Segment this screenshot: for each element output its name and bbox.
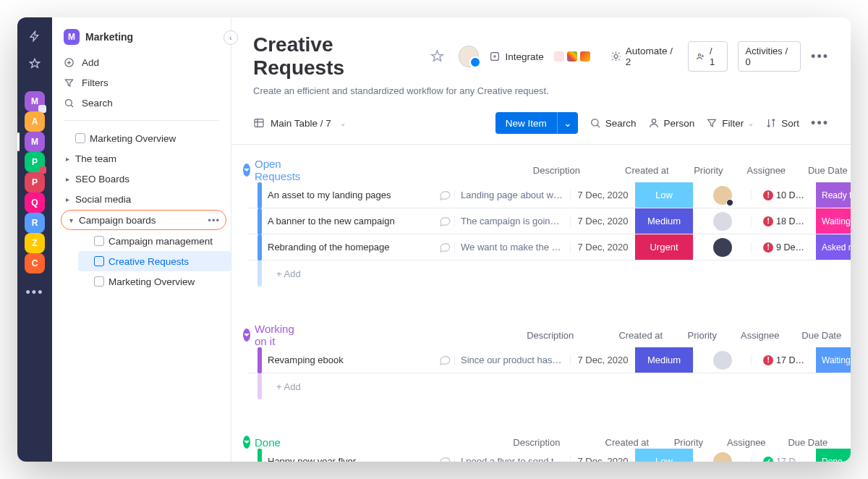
col-priority[interactable]: Priority xyxy=(679,165,737,176)
new-item-button[interactable]: New Item⌄ xyxy=(495,112,578,134)
table-row[interactable]: Revamping ebookSince our product has cha… xyxy=(249,347,833,373)
sidebar-search-button[interactable]: Search xyxy=(64,93,219,113)
star-icon[interactable] xyxy=(25,54,45,74)
col-due[interactable]: Due Date xyxy=(775,437,841,448)
cell-due[interactable]: !10 D… xyxy=(751,190,816,200)
add-item-button[interactable]: + Add xyxy=(249,260,833,287)
sidebar-item-marketing-overview[interactable]: Marketing Overview xyxy=(56,128,231,148)
col-assignee[interactable]: Assignee xyxy=(731,330,789,341)
col-description[interactable]: Description xyxy=(498,165,614,176)
cell-due[interactable]: !17 D… xyxy=(751,355,816,365)
cell-priority[interactable]: Low xyxy=(635,449,693,462)
sidebar-item-campaign-boards[interactable]: ▾Campaign boards••• xyxy=(61,210,226,230)
group-toggle-icon[interactable] xyxy=(243,436,250,449)
sidebar-item-social-media[interactable]: ▸Social media xyxy=(56,189,231,209)
sidebar-item-the-team[interactable]: ▸The team xyxy=(56,148,231,169)
cell-status[interactable]: Waiting for xyxy=(816,208,851,234)
cell-priority[interactable]: Medium xyxy=(635,208,693,234)
cell-due[interactable]: !9 De… xyxy=(751,242,816,253)
toolbar-more-icon[interactable]: ••• xyxy=(811,116,829,131)
cell-created[interactable]: 7 Dec, 2020 xyxy=(570,355,635,365)
cell-description[interactable]: Landing page about working fro… xyxy=(454,190,570,200)
favorite-star-icon[interactable] xyxy=(430,49,444,64)
cell-description[interactable]: The campaign is going to be aro… xyxy=(454,216,570,226)
group-title[interactable]: Working on it xyxy=(255,323,294,347)
integrate-button[interactable]: Integrate xyxy=(489,51,543,62)
sidebar-add-button[interactable]: Add xyxy=(64,52,219,72)
bolt-icon[interactable] xyxy=(25,26,45,46)
cell-status[interactable]: Done xyxy=(816,449,851,462)
sidebar-item-seo-boards[interactable]: ▸SEO Boards xyxy=(56,169,231,189)
workspace-switch-p[interactable]: P xyxy=(25,172,45,192)
table-row[interactable]: A banner to the new campaignThe campaign… xyxy=(249,208,833,234)
toolbar-sort-button[interactable]: Sort xyxy=(765,117,799,129)
chat-icon[interactable] xyxy=(435,455,454,462)
cell-description[interactable]: Since our product has changed d… xyxy=(454,355,570,365)
header-more-icon[interactable]: ••• xyxy=(811,49,829,64)
activities-button[interactable]: Activities / 0 xyxy=(738,41,801,72)
sidebar-item-creative-requests[interactable]: Creative Requests xyxy=(78,251,231,271)
new-item-dropdown-icon[interactable]: ⌄ xyxy=(557,112,578,134)
workspace-switch-m[interactable]: M xyxy=(25,91,45,111)
chat-icon[interactable] xyxy=(435,215,454,228)
chat-icon[interactable] xyxy=(435,189,454,202)
cell-status[interactable]: Ready for d xyxy=(816,182,851,208)
cell-status[interactable]: Waiting for xyxy=(816,347,851,373)
col-assignee[interactable]: Assignee xyxy=(718,437,775,448)
cell-assignee[interactable] xyxy=(693,186,751,205)
col-due[interactable]: Due Date xyxy=(795,165,851,176)
sidebar-item-campaign-management[interactable]: Campaign management xyxy=(78,231,231,251)
workspace-switch-z[interactable]: Z xyxy=(25,233,45,253)
cell-created[interactable]: 7 Dec, 2020 xyxy=(570,216,635,226)
chat-icon[interactable] xyxy=(435,354,454,367)
rail-more-icon[interactable]: ••• xyxy=(26,285,44,300)
group-title[interactable]: Open Requests xyxy=(255,158,300,182)
col-priority[interactable]: Priority xyxy=(673,330,731,341)
cell-assignee[interactable] xyxy=(693,452,751,462)
table-row[interactable]: An asset to my landing pagesLanding page… xyxy=(249,182,833,208)
sidebar-filters-button[interactable]: Filters xyxy=(64,72,219,93)
col-created[interactable]: Created at xyxy=(595,437,660,448)
chat-icon[interactable] xyxy=(435,241,454,254)
group-toggle-icon[interactable] xyxy=(243,328,250,342)
col-assignee[interactable]: Assignee xyxy=(737,165,795,176)
cell-assignee[interactable] xyxy=(693,212,751,231)
invite-button[interactable]: / 1 xyxy=(688,41,728,72)
col-priority[interactable]: Priority xyxy=(660,437,718,448)
group-title[interactable]: Done xyxy=(255,436,281,449)
cell-description[interactable]: I need a flyer to send to our cust… xyxy=(454,456,570,462)
col-created[interactable]: Created at xyxy=(614,165,679,176)
toolbar-person-button[interactable]: Person xyxy=(648,117,695,129)
table-row[interactable]: Rebranding of the homepageWe want to mak… xyxy=(249,234,833,260)
cell-description[interactable]: We want to make the design of t… xyxy=(454,242,570,253)
table-row[interactable]: Happy new year flyerI need a flyer to se… xyxy=(249,449,833,462)
sidebar-item-more-icon[interactable]: ••• xyxy=(208,215,220,226)
cell-created[interactable]: 7 Dec, 2020 xyxy=(570,190,635,200)
toolbar-filter-button[interactable]: Filter⌄ xyxy=(706,117,754,129)
col-created[interactable]: Created at xyxy=(608,330,673,341)
cell-priority[interactable]: Urgent xyxy=(635,234,693,260)
workspace-switch-q[interactable]: Q xyxy=(25,192,45,213)
view-selector[interactable]: Main Table / 7⌄ xyxy=(253,117,346,129)
col-description[interactable]: Description xyxy=(479,437,595,448)
cell-created[interactable]: 7 Dec, 2020 xyxy=(570,242,635,253)
workspace-switch-r[interactable]: R xyxy=(25,213,45,233)
cell-assignee[interactable] xyxy=(693,238,751,257)
add-item-button[interactable]: + Add xyxy=(249,373,833,399)
cell-assignee[interactable] xyxy=(693,351,751,370)
workspace-switch-c[interactable]: C xyxy=(25,253,45,274)
board-owner-avatar[interactable] xyxy=(459,46,479,67)
col-status[interactable]: Status xyxy=(841,437,851,448)
workspace-switch-p[interactable]: P xyxy=(25,152,45,172)
toolbar-search-button[interactable]: Search xyxy=(590,117,637,129)
workspace-switch-m[interactable]: M xyxy=(25,132,45,152)
cell-priority[interactable]: Medium xyxy=(635,347,693,373)
group-toggle-icon[interactable] xyxy=(243,164,250,177)
cell-due[interactable]: ✓17 D… xyxy=(751,457,816,462)
col-description[interactable]: Description xyxy=(493,330,608,341)
automate-button[interactable]: Automate / 2 xyxy=(610,46,678,67)
cell-due[interactable]: !18 D… xyxy=(751,216,816,226)
cell-created[interactable]: 7 Dec, 2020 xyxy=(570,456,635,462)
cell-priority[interactable]: Low xyxy=(635,182,693,208)
sidebar-collapse-button[interactable]: ‹ xyxy=(224,30,238,45)
